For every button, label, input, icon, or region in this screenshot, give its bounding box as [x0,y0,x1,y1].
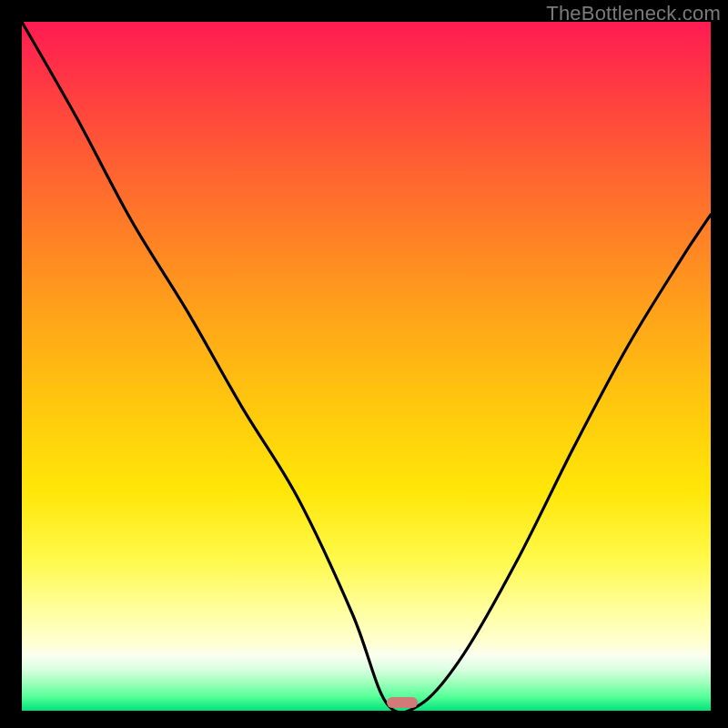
minimum-marker [387,697,418,708]
curve-path [22,22,711,711]
chart-container: TheBottleneck.com [0,0,728,728]
bottleneck-curve [22,22,711,711]
plot-area [22,22,711,711]
